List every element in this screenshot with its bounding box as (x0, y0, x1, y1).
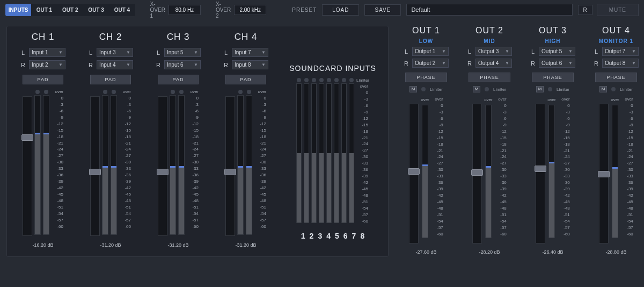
tab-out-4[interactable]: OUT 4 (109, 4, 135, 16)
tick-label: -27 (431, 161, 443, 166)
phase-button[interactable]: PHASE (405, 73, 447, 82)
chevron-down-icon: ▼ (568, 61, 573, 66)
tick-label: -6 (187, 109, 199, 114)
input-r-select[interactable]: Input 6▼ (164, 60, 201, 69)
pad-button[interactable]: PAD (225, 75, 266, 84)
view-tabs: INPUTSOUT 1OUT 2OUT 3OUT 4 (5, 4, 135, 16)
sc-clip-6 (334, 78, 339, 82)
fader-handle[interactable] (598, 171, 610, 177)
tick-label: -21 (495, 149, 507, 154)
output-meter (548, 105, 555, 238)
pad-button[interactable]: PAD (90, 75, 131, 84)
tick-label: -30 (356, 155, 368, 160)
output-4: OUT 4 MONITOR 1 LOutput 7▼ ROutput 8▼ PH… (587, 26, 644, 255)
tick-label: -30 (621, 168, 633, 173)
tick-label: -60 (119, 225, 131, 229)
output-r-select[interactable]: Output 4▼ (475, 59, 512, 68)
load-button[interactable]: LOAD (322, 4, 359, 16)
mute-channel-button[interactable]: M (536, 86, 544, 92)
output-meter-block: over over0-3-6-9-12-15-18-21-24-27-30-33… (536, 97, 570, 243)
fader-handle[interactable] (157, 169, 169, 175)
meter-l (237, 95, 244, 235)
tick-label: -42 (187, 186, 199, 191)
input-r-select[interactable]: Input 2▼ (29, 60, 65, 69)
r-label: R (467, 60, 472, 67)
limiter-label: Limiter (557, 87, 569, 92)
output-title: OUT 4 (602, 26, 630, 35)
soundcard-title: SOUNDCARD INPUTS (289, 64, 376, 73)
fader-handle[interactable] (471, 169, 483, 176)
chevron-down-icon: ▼ (194, 50, 198, 55)
mute-button[interactable]: MUTE (597, 4, 639, 16)
output-fader[interactable] (472, 104, 482, 243)
channel-fader[interactable] (23, 96, 32, 236)
preset-name-input[interactable] (406, 4, 573, 16)
output-l-select[interactable]: Output 1▼ (412, 47, 449, 56)
tick-label: -54 (187, 212, 199, 217)
output-fader[interactable] (599, 104, 609, 243)
input-l-select[interactable]: Input 5▼ (164, 48, 201, 57)
output-l-select[interactable]: Output 3▼ (475, 47, 512, 56)
chevron-down-icon: ▼ (261, 62, 266, 67)
tick-label: -57 (621, 226, 633, 231)
tick-label: -60 (187, 225, 199, 229)
inputs-panel: CH 1 LInput 1▼ RInput 2▼ PAD over0-3-6-9… (6, 26, 389, 257)
meter-r (178, 95, 185, 235)
tick-label: -57 (495, 226, 507, 231)
fader-handle[interactable] (89, 169, 101, 175)
input-r-select[interactable]: Input 8▼ (232, 60, 268, 69)
mute-channel-button[interactable]: M (599, 86, 607, 92)
phase-button[interactable]: PHASE (469, 73, 510, 82)
channel-title: CH 4 (235, 32, 258, 42)
tick-label: -57 (431, 226, 443, 231)
xover-1-input[interactable] (169, 5, 201, 15)
tick-label: -27 (187, 154, 199, 159)
chevron-down-icon: ▼ (442, 49, 446, 54)
l-label: L (156, 49, 161, 56)
input-l-select[interactable]: Input 3▼ (97, 48, 133, 57)
tab-out-3[interactable]: OUT 3 (83, 4, 109, 16)
channel-fader[interactable] (158, 96, 167, 236)
output-l-select[interactable]: Output 5▼ (539, 47, 575, 56)
output-l-select[interactable]: Output 7▼ (602, 47, 639, 56)
phase-button[interactable]: PHASE (595, 73, 637, 82)
tick-label: -9 (558, 123, 570, 128)
channel-fader[interactable] (225, 96, 235, 236)
tick-label: -39 (187, 180, 199, 184)
tick-label: -42 (558, 193, 570, 198)
tick-label: -12 (254, 122, 266, 127)
input-r-select[interactable]: Input 4▼ (97, 60, 133, 69)
pad-button[interactable]: PAD (158, 75, 199, 84)
output-fader[interactable] (536, 104, 545, 243)
output-fader[interactable] (409, 104, 419, 243)
tick-label: -15 (254, 128, 266, 133)
clip-indicator-l (171, 90, 175, 94)
input-l-select[interactable]: Input 7▼ (232, 48, 268, 57)
channel-fader[interactable] (90, 96, 100, 236)
output-r-select[interactable]: Output 2▼ (412, 59, 449, 68)
xover-2-input[interactable] (234, 5, 266, 15)
meter-r (43, 95, 49, 235)
tick-label: -9 (356, 110, 368, 115)
output-r-select[interactable]: Output 8▼ (602, 59, 639, 68)
phase-button[interactable]: PHASE (532, 73, 574, 82)
tab-out-1[interactable]: OUT 1 (31, 4, 57, 16)
pad-button[interactable]: PAD (23, 75, 63, 84)
l-label: L (223, 49, 229, 56)
tab-inputs[interactable]: INPUTS (5, 4, 31, 16)
fader-handle[interactable] (21, 134, 33, 141)
preset-reset-button[interactable]: R (578, 5, 592, 15)
fader-handle[interactable] (408, 168, 420, 175)
fader-handle[interactable] (535, 166, 546, 172)
mute-channel-button[interactable]: M (473, 86, 480, 92)
tab-out-2[interactable]: OUT 2 (57, 4, 83, 16)
tick-label: over (187, 90, 199, 95)
r-label: R (530, 60, 536, 67)
tick-label: -45 (254, 192, 266, 197)
fader-handle[interactable] (224, 169, 236, 175)
input-l-select[interactable]: Input 1▼ (29, 48, 65, 57)
mute-channel-button[interactable]: M (409, 86, 417, 92)
output-r-select[interactable]: Output 6▼ (539, 59, 575, 68)
save-button[interactable]: SAVE (364, 4, 401, 16)
over-label: over (547, 97, 556, 104)
